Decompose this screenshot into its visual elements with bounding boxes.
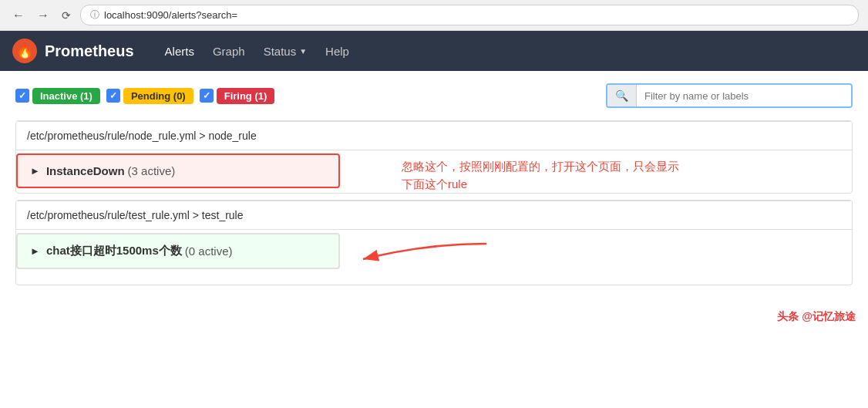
browser-chrome: ← → ⟳ ⓘ localhost:9090/alerts?search=: [0, 0, 868, 31]
nav-help[interactable]: Help: [318, 40, 357, 62]
alert-name-2: chat接口超时1500ms个数: [46, 244, 182, 258]
chevron-right-icon: ►: [30, 165, 40, 177]
reload-button[interactable]: ⟳: [59, 8, 74, 23]
alert-count-2: (0 active): [185, 244, 233, 258]
alert-name-1: InstanceDown: [46, 164, 125, 177]
navbar: 🔥 Prometheus Alerts Graph Status ▼ Help: [0, 31, 868, 71]
brand: 🔥 Prometheus: [12, 39, 134, 63]
annotation-text: 忽略这个，按照刚刚配置的，打开这个页面，只会显示 下面这个rule: [402, 158, 852, 193]
alert-row-instancedown[interactable]: ► InstanceDown (3 active): [16, 153, 340, 188]
filter-badges: ✓ Inactive (1) ✓ Pending (0) ✓ Firing (1…: [15, 88, 274, 104]
inactive-badge: Inactive (1): [32, 88, 100, 104]
nav-alerts[interactable]: Alerts: [157, 40, 202, 62]
annotation-line1: 忽略这个，按照刚刚配置的，打开这个页面，只会显示: [402, 158, 852, 176]
nav-status-label: Status: [264, 45, 297, 58]
annotation-line2: 下面这个rule: [402, 176, 852, 194]
inactive-checkbox: ✓: [15, 89, 29, 103]
firing-filter[interactable]: ✓ Firing (1): [200, 88, 275, 104]
svg-text:🔥: 🔥: [16, 42, 34, 59]
annotation-1: 忽略这个，按照刚刚配置的，打开这个页面，只会显示 下面这个rule: [340, 150, 852, 193]
alert-row-chat[interactable]: ► chat接口超时1500ms个数 (0 active): [16, 233, 340, 269]
lock-icon: ⓘ: [90, 8, 99, 22]
chevron-down-icon: ▼: [299, 47, 307, 56]
arrow-container: [340, 230, 852, 285]
chevron-right-icon-2: ►: [30, 245, 40, 257]
nav-status[interactable]: Status ▼: [256, 40, 315, 62]
firing-badge: Firing (1): [217, 88, 275, 104]
search-button[interactable]: 🔍: [607, 85, 637, 106]
forward-button[interactable]: →: [34, 7, 52, 24]
url-text: localhost:9090/alerts?search=: [104, 9, 237, 21]
rule-group-2: /etc/prometheus/rule/test_rule.yml > tes…: [15, 200, 853, 285]
nav-graph[interactable]: Graph: [205, 40, 253, 62]
rule-path-2: /etc/prometheus/rule/test_rule.yml > tes…: [16, 201, 852, 230]
nav-links: Alerts Graph Status ▼ Help: [157, 40, 357, 62]
app-title: Prometheus: [45, 42, 134, 60]
search-bar: 🔍: [606, 83, 853, 108]
main-content: ✓ Inactive (1) ✓ Pending (0) ✓ Firing (1…: [0, 71, 868, 304]
back-button[interactable]: ←: [9, 7, 28, 24]
pending-checkbox: ✓: [106, 89, 120, 103]
prometheus-logo: 🔥: [12, 39, 37, 63]
search-input[interactable]: [637, 86, 851, 106]
filter-bar: ✓ Inactive (1) ✓ Pending (0) ✓ Firing (1…: [15, 83, 853, 108]
url-bar[interactable]: ⓘ localhost:9090/alerts?search=: [80, 5, 859, 25]
pending-badge: Pending (0): [123, 88, 193, 104]
rule-path-1: /etc/prometheus/rule/node_rule.yml > nod…: [16, 121, 852, 150]
arrow-svg: [348, 236, 502, 282]
firing-checkbox: ✓: [200, 89, 214, 103]
pending-filter[interactable]: ✓ Pending (0): [106, 88, 193, 104]
inactive-filter[interactable]: ✓ Inactive (1): [15, 88, 100, 104]
watermark: 头条 @记忆旅途: [0, 304, 868, 330]
rule-group-1: /etc/prometheus/rule/node_rule.yml > nod…: [15, 120, 853, 194]
alert-count-1: (3 active): [128, 164, 176, 177]
